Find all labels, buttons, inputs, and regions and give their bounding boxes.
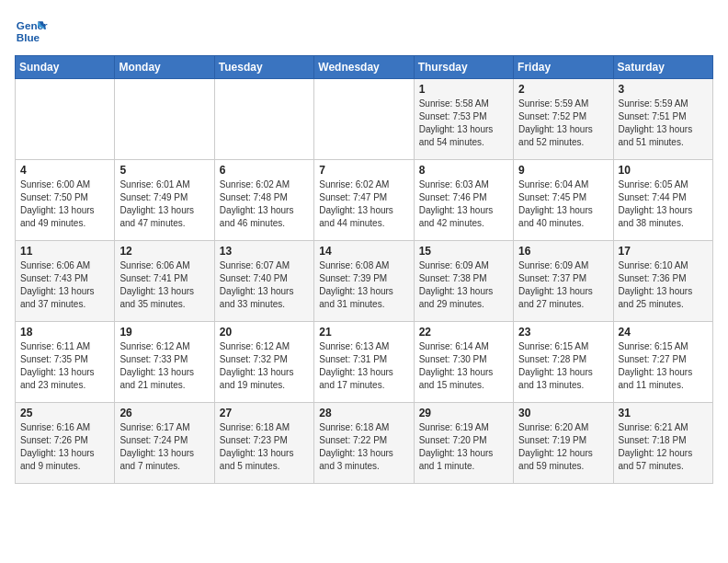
day-info: Sunrise: 5:58 AMSunset: 7:53 PMDaylight:… bbox=[419, 98, 508, 149]
day-info: Sunrise: 6:19 AMSunset: 7:20 PMDaylight:… bbox=[419, 421, 508, 473]
day-info: Sunrise: 6:09 AMSunset: 7:37 PMDaylight:… bbox=[518, 259, 608, 311]
day-number: 28 bbox=[319, 407, 408, 419]
day-info: Sunrise: 6:21 AMSunset: 7:18 PMDaylight:… bbox=[619, 421, 708, 473]
day-info: Sunrise: 6:11 AMSunset: 7:35 PMDaylight:… bbox=[20, 340, 109, 392]
logo-icon: General Blue bbox=[15, 15, 48, 48]
day-number: 3 bbox=[619, 83, 708, 96]
day-number: 26 bbox=[119, 407, 209, 419]
day-number: 30 bbox=[518, 407, 608, 419]
day-info: Sunrise: 6:12 AMSunset: 7:32 PMDaylight:… bbox=[220, 340, 309, 392]
svg-text:Blue: Blue bbox=[17, 31, 40, 43]
day-info: Sunrise: 6:02 AMSunset: 7:48 PMDaylight:… bbox=[220, 178, 309, 230]
calendar-cell: 29Sunrise: 6:19 AMSunset: 7:20 PMDayligh… bbox=[414, 403, 513, 484]
calendar-cell: 7Sunrise: 6:02 AMSunset: 7:47 PMDaylight… bbox=[314, 160, 414, 241]
calendar-cell: 11Sunrise: 6:06 AMSunset: 7:43 PMDayligh… bbox=[16, 241, 115, 322]
dow-header-saturday: Saturday bbox=[613, 56, 712, 79]
day-number: 6 bbox=[220, 164, 309, 177]
calendar-cell: 30Sunrise: 6:20 AMSunset: 7:19 PMDayligh… bbox=[514, 403, 613, 484]
day-info: Sunrise: 6:06 AMSunset: 7:43 PMDaylight:… bbox=[20, 259, 109, 311]
day-number: 17 bbox=[619, 245, 708, 258]
day-info: Sunrise: 6:10 AMSunset: 7:36 PMDaylight:… bbox=[619, 259, 708, 311]
day-number: 24 bbox=[619, 326, 708, 339]
calendar-cell: 13Sunrise: 6:07 AMSunset: 7:40 PMDayligh… bbox=[214, 241, 313, 322]
day-number: 20 bbox=[220, 326, 309, 339]
day-number: 14 bbox=[319, 245, 408, 258]
calendar-cell: 9Sunrise: 6:04 AMSunset: 7:45 PMDaylight… bbox=[514, 160, 613, 241]
calendar-cell: 25Sunrise: 6:16 AMSunset: 7:26 PMDayligh… bbox=[16, 403, 115, 484]
day-info: Sunrise: 6:05 AMSunset: 7:44 PMDaylight:… bbox=[619, 178, 708, 230]
day-number: 13 bbox=[220, 245, 309, 258]
day-info: Sunrise: 6:14 AMSunset: 7:30 PMDaylight:… bbox=[419, 340, 508, 392]
dow-header-sunday: Sunday bbox=[16, 56, 115, 79]
calendar-cell: 23Sunrise: 6:15 AMSunset: 7:28 PMDayligh… bbox=[514, 322, 613, 403]
day-info: Sunrise: 6:04 AMSunset: 7:45 PMDaylight:… bbox=[518, 178, 608, 230]
day-info: Sunrise: 6:06 AMSunset: 7:41 PMDaylight:… bbox=[119, 259, 209, 311]
day-info: Sunrise: 6:02 AMSunset: 7:47 PMDaylight:… bbox=[319, 178, 408, 230]
day-number: 9 bbox=[518, 164, 608, 177]
calendar-cell bbox=[16, 79, 115, 160]
day-info: Sunrise: 6:09 AMSunset: 7:38 PMDaylight:… bbox=[419, 259, 508, 311]
calendar-cell: 17Sunrise: 6:10 AMSunset: 7:36 PMDayligh… bbox=[613, 241, 712, 322]
day-info: Sunrise: 6:15 AMSunset: 7:27 PMDaylight:… bbox=[619, 340, 708, 392]
calendar-cell: 15Sunrise: 6:09 AMSunset: 7:38 PMDayligh… bbox=[414, 241, 513, 322]
calendar-cell: 31Sunrise: 6:21 AMSunset: 7:18 PMDayligh… bbox=[613, 403, 712, 484]
day-info: Sunrise: 5:59 AMSunset: 7:51 PMDaylight:… bbox=[619, 98, 708, 149]
day-info: Sunrise: 6:12 AMSunset: 7:33 PMDaylight:… bbox=[119, 340, 209, 392]
calendar-cell: 14Sunrise: 6:08 AMSunset: 7:39 PMDayligh… bbox=[314, 241, 414, 322]
calendar-cell: 5Sunrise: 6:01 AMSunset: 7:49 PMDaylight… bbox=[115, 160, 214, 241]
calendar-cell: 18Sunrise: 6:11 AMSunset: 7:35 PMDayligh… bbox=[16, 322, 115, 403]
dow-header-wednesday: Wednesday bbox=[314, 56, 414, 79]
day-info: Sunrise: 6:15 AMSunset: 7:28 PMDaylight:… bbox=[518, 340, 608, 392]
day-number: 16 bbox=[518, 245, 608, 258]
day-number: 29 bbox=[419, 407, 508, 419]
calendar-cell bbox=[115, 79, 214, 160]
day-info: Sunrise: 5:59 AMSunset: 7:52 PMDaylight:… bbox=[518, 98, 608, 149]
calendar-cell: 10Sunrise: 6:05 AMSunset: 7:44 PMDayligh… bbox=[613, 160, 712, 241]
calendar-cell bbox=[314, 79, 414, 160]
day-number: 8 bbox=[419, 164, 508, 177]
calendar-cell: 8Sunrise: 6:03 AMSunset: 7:46 PMDaylight… bbox=[414, 160, 513, 241]
day-number: 2 bbox=[518, 83, 608, 96]
day-info: Sunrise: 6:16 AMSunset: 7:26 PMDaylight:… bbox=[20, 421, 109, 473]
day-info: Sunrise: 6:07 AMSunset: 7:40 PMDaylight:… bbox=[220, 259, 309, 311]
day-number: 25 bbox=[20, 407, 109, 419]
calendar-cell: 27Sunrise: 6:18 AMSunset: 7:23 PMDayligh… bbox=[214, 403, 313, 484]
day-info: Sunrise: 6:00 AMSunset: 7:50 PMDaylight:… bbox=[20, 178, 109, 230]
calendar-cell: 20Sunrise: 6:12 AMSunset: 7:32 PMDayligh… bbox=[214, 322, 313, 403]
dow-header-tuesday: Tuesday bbox=[214, 56, 313, 79]
day-info: Sunrise: 6:18 AMSunset: 7:22 PMDaylight:… bbox=[319, 421, 408, 473]
day-info: Sunrise: 6:01 AMSunset: 7:49 PMDaylight:… bbox=[119, 178, 209, 230]
calendar-cell: 28Sunrise: 6:18 AMSunset: 7:22 PMDayligh… bbox=[314, 403, 414, 484]
day-info: Sunrise: 6:13 AMSunset: 7:31 PMDaylight:… bbox=[319, 340, 408, 392]
calendar-cell bbox=[214, 79, 313, 160]
dow-header-monday: Monday bbox=[115, 56, 214, 79]
dow-header-thursday: Thursday bbox=[414, 56, 513, 79]
day-number: 12 bbox=[119, 245, 209, 258]
day-info: Sunrise: 6:20 AMSunset: 7:19 PMDaylight:… bbox=[518, 421, 608, 473]
calendar-cell: 21Sunrise: 6:13 AMSunset: 7:31 PMDayligh… bbox=[314, 322, 414, 403]
day-number: 4 bbox=[20, 164, 109, 177]
day-number: 22 bbox=[419, 326, 508, 339]
day-number: 19 bbox=[119, 326, 209, 339]
calendar-cell: 4Sunrise: 6:00 AMSunset: 7:50 PMDaylight… bbox=[16, 160, 115, 241]
day-info: Sunrise: 6:08 AMSunset: 7:39 PMDaylight:… bbox=[319, 259, 408, 311]
day-number: 15 bbox=[419, 245, 508, 258]
day-number: 7 bbox=[319, 164, 408, 177]
calendar-cell: 26Sunrise: 6:17 AMSunset: 7:24 PMDayligh… bbox=[115, 403, 214, 484]
day-info: Sunrise: 6:17 AMSunset: 7:24 PMDaylight:… bbox=[119, 421, 209, 473]
calendar-cell: 24Sunrise: 6:15 AMSunset: 7:27 PMDayligh… bbox=[613, 322, 712, 403]
day-number: 11 bbox=[20, 245, 109, 258]
day-number: 1 bbox=[419, 83, 508, 96]
day-number: 18 bbox=[20, 326, 109, 339]
page-header: General Blue bbox=[15, 15, 713, 48]
calendar-cell: 19Sunrise: 6:12 AMSunset: 7:33 PMDayligh… bbox=[115, 322, 214, 403]
day-number: 23 bbox=[518, 326, 608, 339]
calendar-cell: 6Sunrise: 6:02 AMSunset: 7:48 PMDaylight… bbox=[214, 160, 313, 241]
calendar-cell: 1Sunrise: 5:58 AMSunset: 7:53 PMDaylight… bbox=[414, 79, 513, 160]
day-number: 5 bbox=[119, 164, 209, 177]
dow-header-friday: Friday bbox=[514, 56, 613, 79]
day-number: 27 bbox=[220, 407, 309, 419]
calendar-cell: 2Sunrise: 5:59 AMSunset: 7:52 PMDaylight… bbox=[514, 79, 613, 160]
calendar-cell: 16Sunrise: 6:09 AMSunset: 7:37 PMDayligh… bbox=[514, 241, 613, 322]
day-info: Sunrise: 6:18 AMSunset: 7:23 PMDaylight:… bbox=[220, 421, 309, 473]
